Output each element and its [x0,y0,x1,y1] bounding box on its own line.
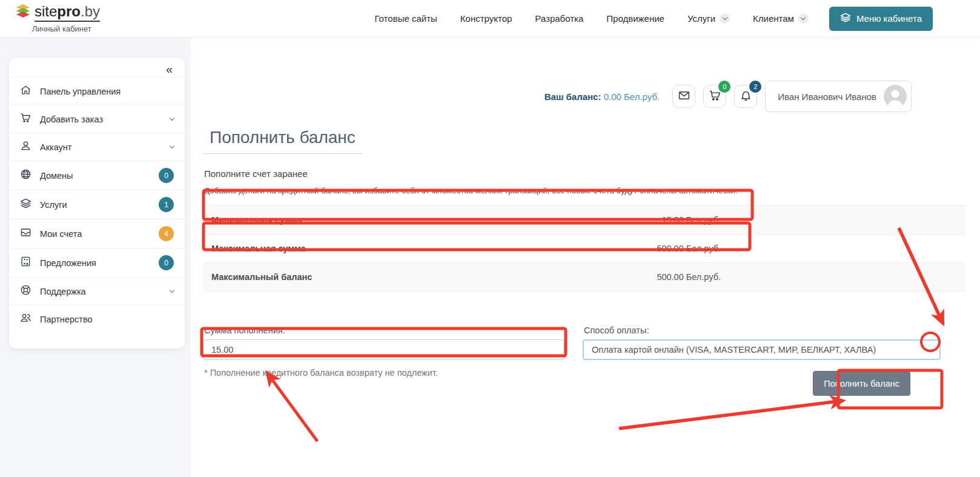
avatar [884,85,907,108]
partners-icon [20,312,31,326]
top-header: sitepro.by Личный кабинет Готовые сайты … [0,0,980,38]
cart-icon [20,112,31,126]
sidebar-item-offers[interactable]: Предложения 0 [9,248,185,277]
page-subtitle: Пополните счет заранее [203,168,966,179]
table-row-max-balance: Максимальный баланс 500.00 Бел.руб. [203,263,966,292]
amount-input[interactable] [203,339,564,360]
services-count-badge: 1 [159,197,174,212]
main-content: Ваш баланс: 0.00 Бел.руб. 0 2 Иван Ивано… [191,38,980,477]
sidebar-item-support[interactable]: Поддержка [9,277,185,305]
chevron-down-icon [720,13,730,24]
inbox-icon [20,227,31,241]
page-title: Пополнить баланс [203,128,362,154]
notifications-button[interactable]: 2 [734,85,757,108]
mail-icon [678,89,690,104]
nav-item-clients[interactable]: Клиентам [753,13,809,24]
logo-icon [15,4,31,22]
payment-method-select[interactable]: Оплата картой онлайн (VISA, MASTERCART, … [583,339,941,360]
chevron-down-icon [170,290,174,292]
limits-table: Минимальная сумма 15.00 Бел.руб. Максима… [203,205,966,292]
refund-note: * Пополнение кредитного баланса возврату… [203,368,564,378]
nav-item-services[interactable]: Услуги [687,13,730,24]
notifications-count-badge: 2 [749,81,761,93]
sidebar-item-invoices[interactable]: Мои счета 4 [9,219,185,248]
cart-count-badge: 0 [718,81,730,93]
logo-text: sitepro.by [35,4,100,21]
nav-item-constructor[interactable]: Конструктор [460,13,512,24]
table-row-max-amount: Максимальная сумма 500.00 Бел.руб. [203,235,966,263]
offers-count-badge: 0 [159,255,174,270]
lifering-icon [20,284,31,298]
chevron-down-icon [798,13,809,24]
left-column: « Панель управления Добавить заказ Аккау… [0,38,191,477]
cart-button[interactable]: 0 [703,85,726,108]
main-nav: Готовые сайты Конструктор Разработка Про… [374,13,808,24]
chevron-down-icon [170,118,174,120]
chevron-down-icon [170,146,174,148]
sidebar-collapse-button[interactable]: « [166,62,173,76]
payment-method-label: Способ оплаты: [583,325,941,335]
cart-icon [709,89,721,104]
mail-button[interactable] [672,85,695,108]
sidebar: « Панель управления Добавить заказ Аккау… [9,58,185,349]
balance-display: Ваш баланс: 0.00 Бел.руб. [545,92,660,102]
sidebar-item-account[interactable]: Аккаунт [9,133,185,161]
topbar: Ваш баланс: 0.00 Бел.руб. 0 2 Иван Ивано… [203,81,966,112]
user-menu[interactable]: Иван Иванович Иванов [765,81,912,112]
invoices-count-badge: 4 [159,226,174,241]
page-description: Добавив деньги на кредитный баланс, вы и… [203,186,966,195]
sidebar-item-add-order[interactable]: Добавить заказ [9,105,185,133]
user-name: Иван Иванович Иванов [778,92,876,102]
table-row-min-amount: Минимальная сумма 15.00 Бел.руб. [203,205,966,235]
bell-icon [740,89,752,104]
layers-icon [20,198,31,212]
calculator-icon [20,256,31,270]
topup-form: Сумма пополнения: * Пополнение кредитног… [203,325,966,396]
logo[interactable]: sitepro.by Личный кабинет [15,4,100,33]
home-icon [20,84,31,98]
sidebar-item-partnership[interactable]: Партнерство [9,305,185,333]
layers-icon [840,12,851,25]
logo-subtitle: Личный кабинет [32,24,100,33]
topup-submit-button[interactable]: Пополнить баланс [813,371,910,396]
sidebar-item-domains[interactable]: Домены 0 [9,161,185,190]
amount-label: Сумма пополнения: [203,325,564,335]
sidebar-item-dashboard[interactable]: Панель управления [9,77,185,105]
nav-item-ready-sites[interactable]: Готовые сайты [374,13,437,24]
user-icon [20,140,31,154]
globe-icon [20,168,31,182]
nav-item-promotion[interactable]: Продвижение [606,13,664,24]
chevron-down-icon [927,346,932,351]
sidebar-item-services[interactable]: Услуги 1 [9,190,185,219]
cabinet-menu-button[interactable]: Меню кабинета [829,7,933,31]
nav-item-development[interactable]: Разработка [535,13,583,24]
domains-count-badge: 0 [159,168,174,183]
